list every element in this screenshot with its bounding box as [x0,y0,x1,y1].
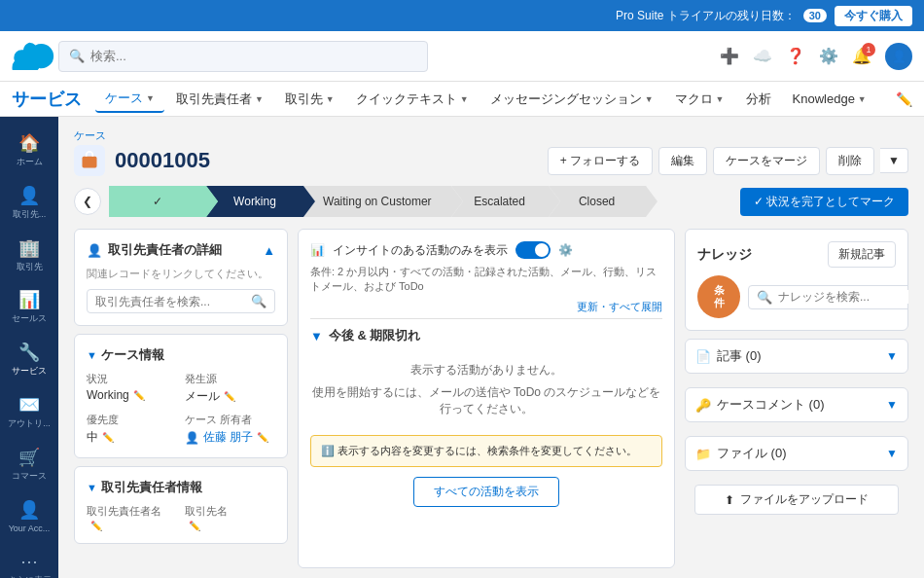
update-link[interactable]: 更新・すべて展開 [577,301,662,312]
info-box-text: 表示する内容を変更するには、検索条件を変更してください。 [338,445,637,456]
sidebar-item-contact[interactable]: 👤 取引先... [0,177,58,228]
show-all-button[interactable]: すべての活動を表示 [413,477,559,507]
account-name-field: 取引先名 ✏️ [185,504,275,531]
search-input[interactable] [90,49,417,63]
files-icon: 📁 [695,447,711,461]
files-chevron: ▼ [886,447,898,460]
knowledge-search-icon: 🔍 [757,290,772,305]
case-info-caret: ▼ [87,349,97,361]
sidebar-item-sales[interactable]: 📊 セールス [0,281,58,332]
nav-item-account[interactable]: 取引先 ▼ [275,87,344,112]
buy-button[interactable]: 今すぐ購入 [835,6,912,26]
settings-icon[interactable]: ⚙️ [819,47,838,65]
upload-icon: ⬆ [725,493,734,507]
nav-caret-contact: ▼ [255,94,264,104]
knowledge-search-row: 条件 🔍 [697,275,896,318]
case-actions: + フォローする 編集 ケースをマージ 削除 ▼ [548,147,908,175]
nav-item-quicktext[interactable]: クイックテキスト ▼ [346,87,479,112]
nav-caret-quicktext: ▼ [460,94,469,104]
account-contact-icon: 👤 [87,243,102,258]
progress-step-done[interactable]: ✓ [109,186,206,217]
account-contact-search-row[interactable]: 🔍 [87,289,275,313]
sidebar-item-more[interactable]: ⋯ さらに表示 [0,543,58,578]
case-field-priority-edit[interactable]: ✏️ [102,432,114,443]
knowledge-search[interactable]: 🔍 [748,285,908,309]
case-field-owner-label: ケース 所有者 [185,413,275,427]
sidebar-item-home-label: ホーム [17,157,43,167]
help-icon[interactable]: ❓ [786,47,805,65]
contact-name-edit[interactable]: ✏️ [90,521,102,531]
sidebar-item-service[interactable]: 🔧 サービス [0,334,58,384]
nav-caret-account: ▼ [326,94,335,104]
delete-button[interactable]: 削除 [826,147,874,175]
add-icon[interactable]: ➕ [720,47,739,65]
contact-name-label: 取引先責任者名 [87,504,177,519]
search-bar[interactable]: 🔍 [58,41,428,72]
contact-info-toggle[interactable]: ▼ 取引先責任者情報 [87,479,275,496]
upload-file-button[interactable]: ⬆ ファイルをアップロード [694,485,899,515]
cloud-icon[interactable]: ☁️ [753,47,772,65]
articles-title: 📄 記事 (0) [695,347,762,365]
nav-item-messaging[interactable]: メッセージングセッション ▼ [480,87,663,112]
nav-edit-icon[interactable]: ✏️ [896,91,912,107]
articles-collapsible[interactable]: 📄 記事 (0) ▼ [685,339,908,374]
account-section-chevron[interactable]: ▲ [263,243,275,258]
nav-caret-macro: ▼ [716,94,725,104]
progress-step-working[interactable]: Working [206,186,303,217]
account-contact-subtitle: 関連レコードをリンクしてください。 [87,267,275,281]
contact-icon: 👤 [18,185,40,206]
sidebar-item-youracc[interactable]: 👤 Your Acc... [0,491,58,542]
activity-gear-icon[interactable]: ⚙️ [558,243,573,257]
account-contact-card: 👤 取引先責任者の詳細 ▲ 関連レコードをリンクしてください。 🔍 [74,229,288,326]
insight-toggle[interactable] [515,241,551,259]
knowledge-title: ナレッジ [697,246,752,264]
comments-collapsible[interactable]: 🔑 ケースコメント (0) ▼ [685,387,908,422]
case-field-status-value: Working [87,388,129,402]
sidebar-item-sales-label: セールス [12,313,47,324]
sidebar-item-outreach[interactable]: ✉️ アウトリ... [0,386,58,437]
case-field-source-edit[interactable]: ✏️ [224,391,235,402]
sidebar-item-account-label: 取引先 [17,262,43,272]
nav-item-macro[interactable]: マクロ ▼ [665,87,734,112]
case-field-owner-edit[interactable]: ✏️ [257,432,268,443]
notification-icon[interactable]: 🔔 1 [852,47,871,65]
progress-back-button[interactable]: ❮ [74,188,101,215]
sidebar-item-account[interactable]: 🏢 取引先 [0,230,58,280]
account-name-edit[interactable]: ✏️ [189,521,200,531]
case-field-status-edit[interactable]: ✏️ [133,390,145,401]
avatar[interactable]: 👤 [885,43,912,70]
case-field-owner-value[interactable]: 佐藤 朋子 [203,429,253,446]
case-title: 00001005 [74,145,210,176]
progress-step-escalated[interactable]: Escalated [451,186,549,217]
breadcrumb: ケース [74,128,908,143]
nav-item-analysis[interactable]: 分析 [736,87,781,112]
knowledge-card: ナレッジ 新規記事 条件 🔍 [685,229,908,331]
nav-item-case[interactable]: ケース ▼ [95,86,164,113]
case-info-card: ▼ ケース情報 状況 Working ✏️ 発生源 [74,334,288,458]
account-contact-search-input[interactable] [95,295,245,308]
edit-button[interactable]: 編集 [658,147,707,175]
activity-card: 📊 インサイトのある活動のみを表示 ⚙️ 条件: 2 か月以内・すべての活動・記… [298,229,675,568]
new-article-button[interactable]: 新規記事 [828,241,896,268]
actions-dropdown-button[interactable]: ▼ [880,148,908,173]
merge-button[interactable]: ケースをマージ [713,147,820,175]
upload-btn-label: ファイルをアップロード [740,491,869,508]
files-collapsible[interactable]: 📁 ファイル (0) ▼ [685,436,908,471]
sidebar-item-commerce[interactable]: 🛒 コマース [0,439,58,489]
complete-status-button[interactable]: ✓ 状況を完了としてマーク [740,188,908,216]
contact-info-card: ▼ 取引先責任者情報 取引先責任者名 ✏️ 取引先名 [74,466,288,544]
right-column: ナレッジ 新規記事 条件 🔍 📄 記事 (0) [685,229,908,568]
nav-caret-messaging: ▼ [645,94,654,104]
nav-item-knowledge[interactable]: Knowledge ▼ [783,88,876,110]
progress-step-waiting[interactable]: Waiting on Customer [303,186,451,217]
upcoming-section-header: ▼ 今後 & 期限切れ [310,318,662,350]
case-info-toggle[interactable]: ▼ ケース情報 [87,346,275,364]
knowledge-search-input[interactable] [778,290,908,304]
progress-step-closed[interactable]: Closed [549,186,646,217]
owner-avatar-icon: 👤 [185,431,199,445]
nav-item-knowledge-label: Knowledge [793,91,855,106]
sidebar: 🏠 ホーム 👤 取引先... 🏢 取引先 📊 セールス 🔧 サービス ✉️ アウ… [0,117,58,578]
nav-item-contact[interactable]: 取引先責任者 ▼ [166,87,273,112]
follow-button[interactable]: + フォローする [548,147,653,175]
sidebar-item-home[interactable]: 🏠 ホーム [0,125,58,175]
